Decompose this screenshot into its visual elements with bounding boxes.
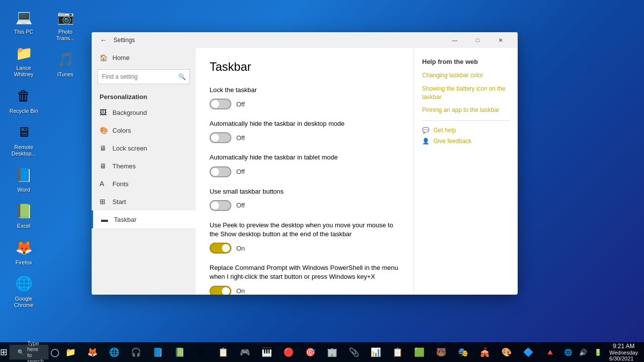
setting-label-use-peek: Use Peek to preview the desktop when you… (210, 221, 400, 239)
main-content: Taskbar Lock the taskbar Off Automatical… (196, 48, 414, 295)
start-button[interactable]: ⊞ (0, 342, 7, 362)
toggle-use-peek[interactable] (210, 243, 231, 254)
sidebar-home[interactable]: 🏠 Home (92, 48, 196, 67)
sidebar-label-themes: Themes (112, 162, 136, 170)
desktop-icon-recycle-bin[interactable]: 🗑 Recycle Bin (5, 84, 43, 116)
taskbar-app-icon-9: 🎹 (262, 347, 272, 358)
maximize-button[interactable]: □ (466, 32, 489, 48)
sidebar-item-colors[interactable]: 🎨 Colors (92, 121, 196, 139)
toggle-container-replace-cmd: On (210, 286, 400, 295)
taskbar-app-16[interactable]: 🟩 (408, 342, 430, 362)
toggle-lock-taskbar[interactable] (210, 99, 231, 109)
taskbar-app-2[interactable]: 🌐 (103, 342, 125, 362)
desktop-icon-firefox[interactable]: 🦊 Firefox (5, 236, 43, 268)
toggle-replace-cmd[interactable] (210, 286, 231, 295)
taskbar-app-14[interactable]: 📊 (365, 342, 386, 362)
desktop-icon-excel[interactable]: 📗 Excel (5, 199, 43, 231)
icon-image-remote-desktop: 🖥 (14, 122, 34, 142)
sidebar-item-lock-screen[interactable]: 🖥 Lock screen (92, 139, 196, 157)
taskbar-app-9[interactable]: 🎹 (256, 342, 277, 362)
toggle-container-small-buttons: Off (210, 200, 400, 211)
show-desktop-button[interactable] (642, 342, 644, 362)
icon-label-remote-desktop: Remote Desktop... (7, 144, 41, 157)
icon-image-chrome: 🌐 (14, 274, 34, 294)
taskbar-app-22[interactable]: 🔺 (539, 342, 561, 362)
network-icon[interactable]: 🌐 (561, 342, 576, 362)
home-label: Home (112, 54, 130, 61)
taskbar-app-10[interactable]: 🔴 (277, 342, 299, 362)
taskbar-app-icon-14: 📊 (371, 347, 381, 358)
sidebar-item-fonts[interactable]: A Fonts (92, 175, 196, 193)
taskbar-app-15[interactable]: 📋 (386, 342, 408, 362)
settings-window: ← Settings — □ ✕ 🏠 Home 🔍 Personalizatio… (92, 32, 518, 295)
taskbar-app-icon-20: 🎨 (501, 347, 512, 358)
taskbar-app-7[interactable]: 📋 (212, 342, 234, 362)
taskbar-app-icon-22: 🔺 (545, 347, 555, 358)
desktop-icon-this-pc[interactable]: 💻 This PC (5, 5, 43, 37)
toggle-auto-hide-desktop[interactable] (210, 132, 231, 143)
taskbar-app-8[interactable]: 🎮 (234, 342, 256, 362)
sidebar-item-start[interactable]: ⊞ Start (92, 193, 196, 210)
help-action-0[interactable]: 💬 Get help (422, 127, 510, 134)
setting-row-small-buttons: Use small taskbar buttons Off (210, 187, 400, 211)
taskbar-app-13[interactable]: 📎 (343, 342, 365, 362)
desktop-icon-photo-trans[interactable]: 📷 Photo Trans... (47, 5, 84, 44)
sidebar-label-taskbar: Taskbar (114, 216, 137, 223)
desktop-icon-itunes[interactable]: 🎵 iTunes (47, 48, 84, 80)
taskbar-app-4[interactable]: 📘 (147, 342, 168, 362)
taskbar-app-icon-21: 🔷 (523, 347, 534, 358)
help-link-0[interactable]: Changing taskbar color (422, 71, 510, 80)
back-button[interactable]: ← (98, 34, 109, 46)
icon-image-this-pc: 💻 (14, 7, 34, 27)
search-input[interactable] (98, 69, 190, 84)
toggle-small-buttons[interactable] (210, 200, 231, 211)
icon-label-word: Word (17, 187, 30, 193)
desktop-icon-chrome[interactable]: 🌐 Google Chrome (5, 272, 43, 310)
taskbar-search-box[interactable]: 🔍 Type here to search (9, 345, 49, 360)
taskbar-app-1[interactable]: 🦊 (81, 342, 103, 362)
desktop-icon-lance-whitney[interactable]: 📁 Lance Whitney (5, 41, 43, 80)
toggle-container-auto-hide-tablet: Off (210, 166, 400, 177)
taskbar-app-17[interactable]: 🐻 (430, 342, 452, 362)
desktop-icon-word[interactable]: 📘 Word (5, 163, 43, 195)
taskbar-search-label: Type here to search (27, 340, 44, 362)
taskbar-app-0[interactable]: 📁 (59, 342, 81, 362)
sidebar-item-background[interactable]: 🖼 Background (92, 103, 196, 121)
sidebar-label-fonts: Fonts (112, 180, 129, 188)
taskbar-app-icon-18: 🎭 (458, 347, 468, 358)
taskbar-app-3[interactable]: 🎧 (125, 342, 147, 362)
sidebar-label-colors: Colors (112, 127, 131, 134)
setting-label-small-buttons: Use small taskbar buttons (210, 187, 400, 196)
volume-icon[interactable]: 🔊 (576, 342, 590, 362)
help-action-1[interactable]: 👤 Give feedback (422, 138, 510, 145)
help-action-icon-1: 👤 (422, 138, 429, 145)
toggle-state-replace-cmd: On (236, 287, 245, 295)
taskbar-apps: 📁🦊🌐🎧📘📗⚙📋🎮🎹🔴🎯🏢📎📊📋🟩🐻🎭🎪🎨🔷🔺 (59, 342, 561, 362)
toggle-container-auto-hide-desktop: Off (210, 132, 400, 143)
cortana-button[interactable]: ◯ (51, 342, 59, 362)
minimize-button[interactable]: — (443, 32, 466, 48)
sidebar-item-themes[interactable]: 🖥 Themes (92, 157, 196, 175)
taskbar: ⊞ 🔍 Type here to search ◯ 📁🦊🌐🎧📘📗⚙📋🎮🎹🔴🎯🏢📎… (0, 342, 644, 362)
desktop-icon-remote-desktop[interactable]: 🖥 Remote Desktop... (5, 120, 43, 159)
taskbar-app-5[interactable]: 📗 (168, 342, 190, 362)
help-link-1[interactable]: Showing the battery icon on the taskbar (422, 85, 510, 102)
taskbar-app-11[interactable]: 🎯 (299, 342, 321, 362)
taskbar-app-icon-19: 🎪 (480, 347, 490, 358)
clock[interactable]: 9:21 AM Wednesday6/30/2021 (605, 342, 642, 362)
toggle-auto-hide-tablet[interactable] (210, 166, 231, 177)
taskbar-app-18[interactable]: 🎭 (452, 342, 474, 362)
taskbar-app-6[interactable]: ⚙ (190, 342, 212, 362)
taskbar-app-19[interactable]: 🎪 (474, 342, 495, 362)
taskbar-app-21[interactable]: 🔷 (517, 342, 539, 362)
taskbar-app-icon-0: 📁 (65, 347, 76, 358)
taskbar-app-20[interactable]: 🎨 (495, 342, 517, 362)
toggle-container-use-peek: On (210, 243, 400, 254)
sidebar-label-start: Start (112, 198, 126, 206)
taskbar-app-12[interactable]: 🏢 (321, 342, 343, 362)
sidebar-item-taskbar[interactable]: ▬ Taskbar (92, 210, 196, 228)
battery-icon[interactable]: 🔋 (590, 342, 605, 362)
help-link-2[interactable]: Pinning an app to the taskbar (422, 106, 510, 114)
taskbar-app-icon-2: 🌐 (109, 347, 119, 358)
close-button[interactable]: ✕ (489, 32, 512, 48)
